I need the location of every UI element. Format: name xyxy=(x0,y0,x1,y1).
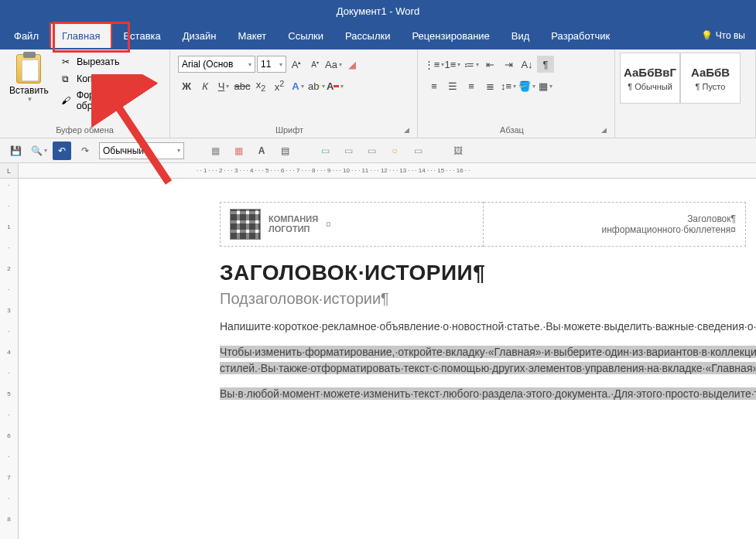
change-case-button[interactable]: Aa▾ xyxy=(325,56,342,73)
header-title-cell[interactable]: Заголовок¶ информационного·бюллетеня¤ xyxy=(483,203,746,247)
tab-review[interactable]: Рецензирование xyxy=(401,24,500,48)
multilevel-button[interactable]: ≔▾ xyxy=(463,56,480,73)
tab-design[interactable]: Дизайн xyxy=(172,24,227,48)
tab-layout[interactable]: Макет xyxy=(227,24,277,48)
borders-button[interactable]: ▦▾ xyxy=(537,77,554,94)
align-center-button[interactable]: ☰ xyxy=(444,77,461,94)
body-paragraph-1[interactable]: Напишите·короткое·рекламное·объявление·о… xyxy=(220,319,552,335)
vertical-ruler[interactable]: ··1·2·3·4·5·6·7·8 xyxy=(0,179,19,539)
search-button[interactable]: 🔍▾ xyxy=(29,142,48,160)
tab-mailings[interactable]: Рассылки xyxy=(334,24,401,48)
paste-button[interactable]: Вставить ▼ xyxy=(5,53,53,104)
horizontal-ruler[interactable]: · · 1 · · · 2 · · · 3 · · · 4 · · · 5 · … xyxy=(19,163,756,179)
qat-button-1[interactable]: ▦ xyxy=(206,142,224,160)
document-header-table: КОМПАНИЯ ЛОГОТИП ¤ Заголовок¶ информацио… xyxy=(220,202,746,247)
style-normal[interactable]: АаБбВвГ ¶ Обычный xyxy=(620,53,680,104)
clear-format-button[interactable]: ◢ xyxy=(344,56,361,73)
ribbon-group-clipboard: Вставить ▼ ✂ Вырезать ⧉ Копировать 🖌 Фор… xyxy=(0,49,170,138)
qat-button-10[interactable]: 🖼 xyxy=(449,142,467,160)
quick-access-toolbar: 💾 🔍▾ ↶ ↷ Обычный▾ ▦ ▦ A ▤ ▭ ▭ ▭ ○ ▭ 🖼 xyxy=(0,138,756,163)
style-name: ¶ Пусто xyxy=(696,82,726,91)
multilevel-icon: ≔ xyxy=(464,59,474,70)
style-preview: АаБбВ xyxy=(691,66,730,79)
header-logo-cell[interactable]: КОМПАНИЯ ЛОГОТИП ¤ xyxy=(221,203,484,247)
story-title[interactable]: ЗАГОЛОВОК·ИСТОРИИ¶ xyxy=(220,261,756,285)
font-color-icon: A xyxy=(258,145,265,156)
text-effects-icon: A xyxy=(292,80,299,92)
undo-button[interactable]: ↶ xyxy=(53,142,71,160)
cut-button[interactable]: ✂ Вырезать xyxy=(56,54,165,70)
align-right-button[interactable]: ≡ xyxy=(463,77,480,94)
numbering-button[interactable]: 1≡▾ xyxy=(444,56,461,73)
qat-button-5[interactable]: ▭ xyxy=(316,142,334,160)
body-paragraph-2[interactable]: Чтобы·изменить·форматирование,·откройте·… xyxy=(220,344,746,377)
search-icon: 🔍 xyxy=(31,145,43,156)
redo-button[interactable]: ↷ xyxy=(76,142,94,160)
tab-home[interactable]: Главная xyxy=(50,22,112,48)
story-subtitle[interactable]: Подзаголовок·истории¶ xyxy=(220,290,756,308)
document-canvas[interactable]: КОМПАНИЯ ЛОГОТИП ¤ Заголовок¶ информацио… xyxy=(19,179,756,539)
bullets-icon: ⋮≡ xyxy=(424,59,440,70)
ribbon-group-font: Arial (Основ▾ 11▾ A▴ A▾ Aa▾ ◢ Ж К Ч▾ abc… xyxy=(170,49,418,138)
strike-button[interactable]: abc xyxy=(234,77,251,94)
font-size-combo[interactable]: 11▾ xyxy=(257,56,286,73)
pilcrow-icon: ¶ xyxy=(543,59,549,70)
font-name-combo[interactable]: Arial (Основ▾ xyxy=(178,56,255,73)
qat-button-4[interactable]: ▤ xyxy=(275,142,294,160)
qat-button-3[interactable]: A xyxy=(252,142,271,160)
tab-developer[interactable]: Разработчик xyxy=(540,24,621,48)
tell-me[interactable]: 💡 Что вы xyxy=(693,30,753,41)
qat-button-9[interactable]: ▭ xyxy=(409,142,427,160)
font-dialog-launcher[interactable]: ◢ xyxy=(404,126,412,134)
shading-button[interactable]: 🪣▾ xyxy=(518,77,535,94)
paste-icon xyxy=(16,54,41,84)
outdent-icon: ⇤ xyxy=(486,59,494,70)
tab-insert[interactable]: Вставка xyxy=(112,24,171,48)
qat-button-7[interactable]: ▭ xyxy=(362,142,381,160)
scissors-icon: ✂ xyxy=(60,56,72,68)
lightbulb-icon: 💡 xyxy=(701,30,713,41)
qat-button-8[interactable]: ○ xyxy=(385,142,404,160)
qat-button-2[interactable]: ▦ xyxy=(229,142,248,160)
format-painter-button[interactable]: 🖌 Формат по образцу xyxy=(56,88,165,113)
bold-button[interactable]: Ж xyxy=(178,77,195,94)
object-icon: ▭ xyxy=(368,145,376,156)
chevron-down-icon: ▾ xyxy=(279,61,282,68)
justify-button[interactable]: ≣ xyxy=(481,77,498,94)
grow-font-button[interactable]: A▴ xyxy=(288,56,305,73)
increase-indent-button[interactable]: ⇥ xyxy=(500,56,517,73)
undo-icon: ↶ xyxy=(58,145,66,156)
qat-button-6[interactable]: ▭ xyxy=(339,142,357,160)
body-paragraph-3[interactable]: Вы·в·любой·момент·можете·изменить·текст·… xyxy=(220,386,746,402)
subscript-button[interactable]: x2 xyxy=(252,77,269,94)
style-selector-value: Обычный xyxy=(103,145,144,156)
bullets-button[interactable]: ⋮≡▾ xyxy=(426,56,443,73)
italic-button[interactable]: К xyxy=(197,77,214,94)
style-name: ¶ Обычный xyxy=(628,82,672,91)
decrease-indent-button[interactable]: ⇤ xyxy=(481,56,498,73)
align-center-icon: ☰ xyxy=(448,80,457,92)
sort-button[interactable]: A↓ xyxy=(518,56,535,73)
tab-view[interactable]: Вид xyxy=(501,24,541,48)
underline-icon: Ч xyxy=(218,80,225,92)
object-icon: ▭ xyxy=(344,145,353,156)
superscript-button[interactable]: x2 xyxy=(271,77,288,94)
font-color-button[interactable]: A▾ xyxy=(327,77,344,94)
tab-file[interactable]: Файл xyxy=(3,24,50,48)
underline-button[interactable]: Ч▾ xyxy=(215,77,232,94)
style-empty[interactable]: АаБбВ ¶ Пусто xyxy=(680,53,741,104)
text-effects-button[interactable]: A▾ xyxy=(289,77,306,94)
highlight-button[interactable]: ab▾ xyxy=(308,77,325,94)
save-button[interactable]: 💾 xyxy=(6,142,25,160)
tab-references[interactable]: Ссылки xyxy=(277,24,334,48)
line-spacing-button[interactable]: ↕≡▾ xyxy=(500,77,517,94)
style-selector[interactable]: Обычный▾ xyxy=(99,142,184,159)
show-marks-button[interactable]: ¶ xyxy=(537,56,554,73)
shrink-font-button[interactable]: A▾ xyxy=(306,56,323,73)
copy-button[interactable]: ⧉ Копировать xyxy=(56,71,165,87)
ruler-corner[interactable]: L xyxy=(0,163,19,179)
paragraph-dialog-launcher[interactable]: ◢ xyxy=(601,126,610,134)
font-name-value: Arial (Основ xyxy=(182,59,233,70)
bold-icon: Ж xyxy=(182,80,191,92)
align-left-button[interactable]: ≡ xyxy=(426,77,443,94)
